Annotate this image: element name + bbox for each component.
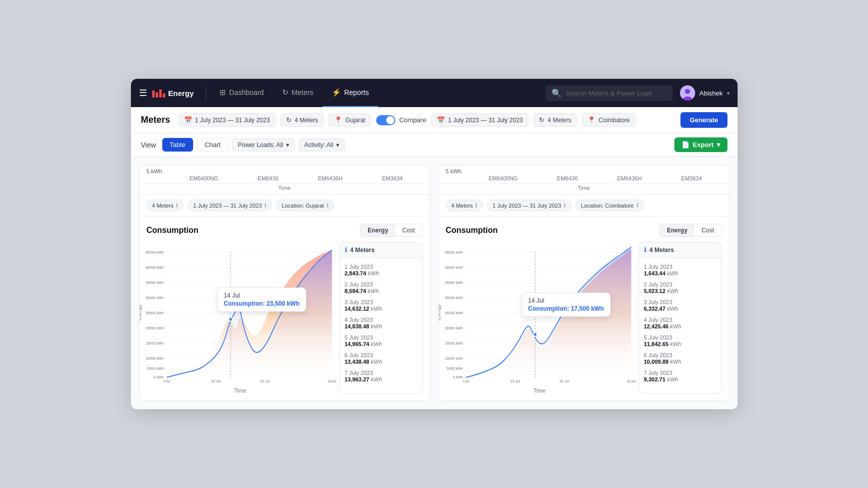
user-chevron-icon: ▾ bbox=[727, 90, 729, 96]
left-energy-tab[interactable]: Energy bbox=[360, 224, 395, 236]
legend-value: 11,842.65 kWh bbox=[644, 341, 716, 347]
svg-text:0 kWh: 0 kWh bbox=[153, 375, 163, 380]
list-item: 1 July 2023 1,643.44 kWh bbox=[639, 261, 721, 279]
right-tag-date-info-icon: ℹ bbox=[564, 202, 566, 209]
left-meter-3: EM6436H bbox=[318, 175, 343, 181]
right-y-axis-label: Energy bbox=[438, 305, 441, 321]
svg-text:5000 kWh: 5000 kWh bbox=[446, 366, 463, 371]
legend-date: 6 July 2023 bbox=[345, 352, 417, 358]
right-tag-date: 1 July 2023 — 31 July 2023 ℹ bbox=[487, 200, 571, 211]
export-button[interactable]: 📄 Export ▾ bbox=[674, 137, 727, 152]
location-right-icon: 📍 bbox=[587, 116, 596, 124]
toolbar-title: Meters bbox=[141, 115, 170, 125]
activity-chevron-icon: ▾ bbox=[336, 141, 339, 149]
right-chart-svg-area: Energy bbox=[446, 242, 633, 394]
right-tag-meters-info-icon: ℹ bbox=[475, 202, 477, 209]
left-chart-svg-area: Energy bbox=[147, 242, 334, 394]
export-chevron-icon: ▾ bbox=[717, 141, 720, 149]
right-location-pill[interactable]: 📍 Coimbatore bbox=[582, 113, 635, 127]
right-chart-svg: 45000 kWh 40000 kWh 35000 kWh 30000 kWh … bbox=[446, 242, 633, 383]
left-tag-meters-label: 4 Meters bbox=[152, 203, 174, 209]
right-energy-tab[interactable]: Energy bbox=[660, 224, 695, 236]
tab-meters[interactable]: ↻ Meters bbox=[273, 79, 323, 107]
legend-value: 1,643.44 kWh bbox=[644, 270, 716, 276]
dashboard-icon: ⊞ bbox=[219, 88, 226, 97]
svg-text:40000 kWh: 40000 kWh bbox=[444, 265, 463, 270]
tab-chart[interactable]: Chart bbox=[197, 138, 229, 152]
left-legend-panel: ℹ 4 Meters 1 July 2023 2,843.74 kWh 2 Ju… bbox=[339, 242, 423, 394]
logo-bar-4 bbox=[163, 93, 165, 97]
svg-text:30000 kWh: 30000 kWh bbox=[444, 296, 463, 301]
svg-text:35000 kWh: 35000 kWh bbox=[145, 280, 163, 285]
hamburger-icon[interactable]: ☰ bbox=[139, 87, 147, 99]
right-tag-location-label: Location: Coimbatore bbox=[581, 203, 634, 209]
tab-dashboard[interactable]: ⊞ Dashboard bbox=[210, 79, 273, 107]
legend-date: 2 July 2023 bbox=[644, 281, 716, 287]
compare-toggle[interactable]: Compare bbox=[376, 115, 426, 125]
power-loads-filter[interactable]: Power Loads: All ▾ bbox=[232, 138, 294, 152]
avatar bbox=[680, 85, 695, 101]
meters-left-icon: ↻ bbox=[286, 116, 292, 124]
svg-text:20000 kWh: 20000 kWh bbox=[145, 326, 163, 331]
compare-switch[interactable] bbox=[376, 115, 395, 125]
svg-text:25000 kWh: 25000 kWh bbox=[444, 311, 463, 316]
legend-value: 8,594.74 kWh bbox=[345, 288, 417, 294]
svg-point-1 bbox=[685, 89, 690, 94]
power-loads-label: Power Loads: All bbox=[238, 141, 283, 149]
left-cost-tab[interactable]: Cost bbox=[395, 224, 422, 236]
app-window: ☰ Energy ⊞ Dashboard ↻ Meters ⚡ Reports … bbox=[131, 79, 738, 409]
legend-date: 5 July 2023 bbox=[345, 334, 417, 340]
right-tag-location-info-icon: ℹ bbox=[636, 202, 638, 209]
svg-text:15000 kWh: 15000 kWh bbox=[145, 341, 163, 346]
left-date-range-pill[interactable]: 📅 1 July 2023 — 31 July 2023 bbox=[178, 113, 276, 127]
user-menu[interactable]: Abishek ▾ bbox=[680, 85, 729, 101]
left-location-label: Gujarat bbox=[345, 117, 365, 124]
left-meters-pill[interactable]: ↻ 4 Meters bbox=[281, 113, 324, 127]
right-chart-header: Consumption Energy Cost bbox=[446, 224, 722, 237]
left-legend-info-icon: ℹ bbox=[345, 247, 347, 254]
activity-filter[interactable]: Activity: All ▾ bbox=[299, 138, 345, 152]
calendar-left-icon: 📅 bbox=[184, 116, 192, 124]
left-legend-title: 4 Meters bbox=[350, 247, 375, 254]
power-loads-chevron-icon: ▾ bbox=[286, 141, 289, 149]
svg-text:31Jul: 31Jul bbox=[328, 379, 336, 384]
svg-text:5000 kWh: 5000 kWh bbox=[147, 366, 163, 371]
right-panel: 5 kWh EM6400NG EM6436 EM6436H EM3634 Tim… bbox=[438, 165, 729, 401]
tab-reports-label: Reports bbox=[344, 88, 369, 96]
left-meter-2: EM6436 bbox=[258, 175, 279, 181]
svg-text:31Jul: 31Jul bbox=[627, 379, 635, 384]
right-legend-info-icon: ℹ bbox=[644, 247, 647, 254]
calendar-right-icon: 📅 bbox=[437, 116, 445, 124]
compare-label: Compare bbox=[399, 116, 426, 124]
left-tag-location-label: Location: Gujarat bbox=[282, 203, 324, 209]
tab-reports[interactable]: ⚡ Reports bbox=[323, 79, 378, 107]
right-legend-title: 4 Meters bbox=[650, 247, 674, 254]
left-kwh-label: 5 kWh bbox=[147, 168, 162, 174]
right-meter-3: EM6436H bbox=[617, 175, 642, 181]
view-label: View bbox=[141, 141, 156, 149]
legend-date: 1 July 2023 bbox=[345, 264, 417, 270]
legend-value: 9,302.71 kWh bbox=[644, 376, 716, 382]
svg-text:0 kWh: 0 kWh bbox=[452, 375, 463, 380]
right-date-range-pill[interactable]: 📅 1 July 2023 — 31 July 2023 bbox=[431, 113, 528, 127]
left-tag-date: 1 July 2023 — 31 July 2023 ℹ bbox=[188, 200, 272, 211]
left-chart-panel: Consumption Energy Cost Energy bbox=[140, 217, 430, 401]
search-icon: 🔍 bbox=[552, 88, 562, 98]
right-tag-date-label: 1 July 2023 — 31 July 2023 bbox=[492, 203, 561, 209]
right-chart-tabs: Energy Cost bbox=[659, 224, 721, 237]
left-location-pill[interactable]: 📍 Gujarat bbox=[329, 113, 371, 127]
left-meters-label: 4 Meters bbox=[295, 117, 318, 124]
right-tag-location: Location: Coimbatore ℹ bbox=[575, 200, 644, 211]
logo-bar-3 bbox=[159, 89, 162, 97]
nav-logo: Energy bbox=[152, 88, 194, 97]
left-legend-list: 1 July 2023 2,843.74 kWh 2 July 2023 8,5… bbox=[340, 258, 422, 384]
right-tag-meters-label: 4 Meters bbox=[451, 203, 473, 209]
left-tag-meters: 4 Meters ℹ bbox=[147, 200, 184, 211]
left-chart-title: Consumption bbox=[147, 226, 199, 235]
right-meters-pill[interactable]: ↻ 4 Meters bbox=[533, 113, 577, 127]
tab-table[interactable]: Table bbox=[162, 138, 193, 152]
right-cost-tab[interactable]: Cost bbox=[695, 224, 721, 236]
search-input[interactable] bbox=[566, 89, 667, 97]
generate-button[interactable]: Generate bbox=[680, 112, 727, 128]
main-content: 5 kWh EM6400NG EM6436 EM6436H EM3634 Tim… bbox=[131, 157, 738, 409]
